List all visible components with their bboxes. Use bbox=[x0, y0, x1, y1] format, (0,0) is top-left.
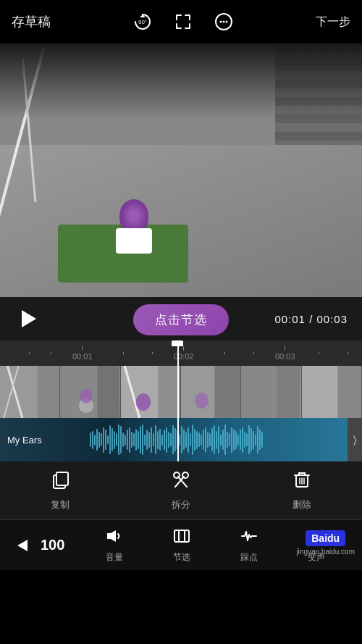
nav-label-beat: 踩点 bbox=[240, 551, 258, 564]
flower-cluster bbox=[119, 199, 148, 232]
timeline-small-tick bbox=[319, 352, 319, 354]
waveform-bar bbox=[98, 432, 100, 448]
waveform-bar bbox=[103, 427, 104, 453]
waveform-bar bbox=[242, 427, 243, 453]
waveform-bar bbox=[166, 427, 167, 453]
waveform-bar bbox=[153, 433, 154, 446]
watermark: Baidu jingyan.baidu.com bbox=[296, 530, 355, 556]
delete-tool[interactable]: 删除 bbox=[241, 469, 362, 511]
scene-pot bbox=[116, 228, 152, 254]
tick-label-1: 00:01 bbox=[72, 352, 93, 361]
back-button[interactable] bbox=[12, 535, 33, 556]
svg-point-4 bbox=[226, 21, 228, 23]
waveform-bar bbox=[159, 429, 161, 451]
svg-point-3 bbox=[223, 21, 225, 23]
waveform-bar bbox=[203, 430, 204, 450]
waveform-bar bbox=[172, 425, 174, 454]
waveform-bar bbox=[255, 435, 256, 446]
waveform-bar bbox=[237, 435, 239, 446]
video-preview bbox=[0, 43, 362, 297]
nav-item-nodeselect[interactable]: 节选 bbox=[173, 527, 190, 564]
svg-rect-18 bbox=[214, 366, 240, 418]
node-select-button[interactable]: 点击节选 bbox=[133, 304, 229, 335]
copy-tool[interactable]: 复制 bbox=[0, 469, 121, 511]
waveform-bars bbox=[87, 418, 362, 461]
svg-rect-23 bbox=[337, 366, 361, 418]
split-tool[interactable]: 拆分 bbox=[121, 469, 242, 511]
waveform-bar bbox=[194, 429, 195, 451]
nav-item-volume[interactable]: 音量 bbox=[106, 527, 123, 564]
copy-icon bbox=[50, 469, 70, 494]
waveform-bar bbox=[174, 428, 176, 451]
waveform-bar bbox=[151, 427, 152, 453]
audio-track: My Ears 〉 bbox=[0, 418, 362, 461]
waveform-bar bbox=[188, 427, 189, 453]
svg-point-16 bbox=[135, 393, 151, 411]
save-draft-button[interactable]: 存草稿 bbox=[12, 13, 51, 30]
video-thumb-5 bbox=[241, 366, 301, 418]
waveform-bar bbox=[207, 432, 209, 448]
waveform-bar bbox=[190, 433, 191, 446]
waveform-bar bbox=[218, 426, 219, 453]
waveform-bar bbox=[109, 425, 111, 454]
waveform-bar bbox=[131, 432, 132, 448]
waveform-bar bbox=[129, 427, 130, 453]
audio-expand-arrow[interactable]: 〉 bbox=[348, 418, 362, 461]
waveform-bar bbox=[138, 431, 139, 449]
timeline-small-tick bbox=[51, 352, 51, 354]
svg-text:90°: 90° bbox=[138, 19, 147, 25]
scene-top-overlay bbox=[0, 43, 362, 120]
waveform-bar bbox=[185, 432, 187, 448]
rotate-icon[interactable]: 90° bbox=[130, 9, 156, 35]
timeline-tick-3: 00:03 bbox=[275, 346, 295, 361]
video-thumb-1 bbox=[0, 366, 60, 418]
time-display: 00:01 / 00:03 bbox=[274, 313, 348, 325]
waveform-bar bbox=[116, 433, 117, 446]
more-icon[interactable] bbox=[211, 9, 237, 35]
audio-track-label: My Ears bbox=[7, 435, 42, 446]
waveform-bar bbox=[222, 430, 224, 450]
waveform-bar bbox=[142, 425, 143, 455]
play-button[interactable] bbox=[14, 306, 41, 332]
tick-line bbox=[82, 346, 83, 351]
tick-line bbox=[285, 346, 285, 351]
svg-rect-10 bbox=[98, 366, 120, 418]
waveform-bar bbox=[105, 430, 106, 450]
waveform-bar bbox=[133, 433, 135, 446]
waveform-bar bbox=[248, 425, 250, 454]
waveform-bar bbox=[94, 435, 96, 446]
timeline-tick-1: 00:01 bbox=[72, 346, 93, 361]
scene-flowers bbox=[119, 199, 148, 232]
waveform-bar bbox=[220, 435, 222, 446]
waveform-bar bbox=[120, 426, 122, 453]
waveform-bar bbox=[253, 431, 254, 449]
waveform-bar bbox=[196, 431, 198, 449]
video-strip-inner bbox=[0, 366, 362, 418]
waveform-bar bbox=[229, 433, 230, 446]
expand-icon[interactable] bbox=[170, 9, 196, 35]
waveform-bar bbox=[125, 435, 126, 446]
waveform-bar bbox=[157, 431, 159, 449]
video-thumb-6 bbox=[302, 366, 362, 418]
waveform-bar bbox=[146, 430, 148, 450]
waveform-bar bbox=[101, 433, 102, 446]
video-thumb-3 bbox=[121, 366, 181, 418]
nav-item-beat[interactable]: 踩点 bbox=[240, 527, 258, 564]
next-step-button[interactable]: 下一步 bbox=[316, 14, 350, 30]
waveform-bar bbox=[227, 432, 228, 448]
svg-rect-8 bbox=[37, 366, 59, 418]
waveform-bar bbox=[231, 427, 232, 453]
waveform-bar bbox=[211, 428, 213, 451]
tick-label-3: 00:03 bbox=[275, 352, 295, 361]
waveform-bar bbox=[127, 430, 128, 450]
svg-rect-25 bbox=[56, 472, 68, 485]
waveform-bar bbox=[235, 431, 237, 449]
waveform-bar bbox=[246, 433, 248, 446]
node-select-nav-icon bbox=[173, 527, 190, 548]
waveform-bar bbox=[179, 435, 180, 446]
delete-icon bbox=[292, 469, 312, 494]
waveform-bar bbox=[183, 430, 185, 450]
svg-point-19 bbox=[195, 393, 209, 409]
waveform-bar bbox=[259, 430, 261, 450]
waveform-bar bbox=[201, 435, 202, 446]
